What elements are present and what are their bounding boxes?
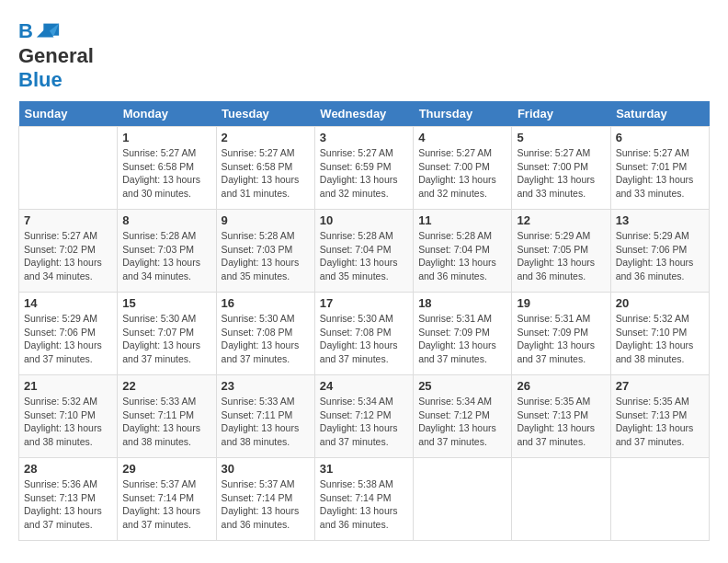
calendar-header-row: SundayMondayTuesdayWednesdayThursdayFrid… xyxy=(19,101,710,127)
day-number: 24 xyxy=(320,379,408,393)
day-number: 5 xyxy=(517,131,605,144)
day-info: Sunrise: 5:28 AM Sunset: 7:04 PM Dayligh… xyxy=(418,229,506,283)
logo-icon xyxy=(35,18,61,44)
page-header: B General Blue xyxy=(18,18,710,92)
day-number: 29 xyxy=(122,462,210,476)
calendar-week-5: 28Sunrise: 5:36 AM Sunset: 7:13 PM Dayli… xyxy=(19,458,710,541)
calendar-cell: 30Sunrise: 5:37 AM Sunset: 7:14 PM Dayli… xyxy=(216,458,314,541)
calendar-cell xyxy=(19,127,118,210)
day-info: Sunrise: 5:31 AM Sunset: 7:09 PM Dayligh… xyxy=(418,312,506,366)
day-info: Sunrise: 5:27 AM Sunset: 6:58 PM Dayligh… xyxy=(122,146,210,201)
calendar-cell: 4Sunrise: 5:27 AM Sunset: 7:00 PM Daylig… xyxy=(414,127,512,210)
calendar-week-3: 14Sunrise: 5:29 AM Sunset: 7:06 PM Dayli… xyxy=(19,293,710,375)
day-info: Sunrise: 5:34 AM Sunset: 7:12 PM Dayligh… xyxy=(418,395,506,449)
day-info: Sunrise: 5:29 AM Sunset: 7:05 PM Dayligh… xyxy=(517,229,605,283)
day-number: 4 xyxy=(418,131,506,144)
day-number: 30 xyxy=(222,462,310,476)
day-info: Sunrise: 5:27 AM Sunset: 7:00 PM Dayligh… xyxy=(418,146,506,201)
logo: B General Blue xyxy=(18,18,94,92)
day-info: Sunrise: 5:27 AM Sunset: 7:02 PM Dayligh… xyxy=(24,229,112,283)
day-number: 12 xyxy=(517,213,605,227)
day-number: 7 xyxy=(24,213,112,227)
day-info: Sunrise: 5:30 AM Sunset: 7:08 PM Dayligh… xyxy=(222,312,310,366)
day-info: Sunrise: 5:35 AM Sunset: 7:13 PM Dayligh… xyxy=(616,395,704,449)
column-header-sunday: Sunday xyxy=(19,101,118,127)
calendar-cell: 20Sunrise: 5:32 AM Sunset: 7:10 PM Dayli… xyxy=(610,293,709,375)
logo-blue-partial: B xyxy=(18,19,33,42)
day-info: Sunrise: 5:37 AM Sunset: 7:14 PM Dayligh… xyxy=(122,477,210,532)
day-number: 19 xyxy=(517,296,605,310)
calendar-cell: 12Sunrise: 5:29 AM Sunset: 7:05 PM Dayli… xyxy=(512,210,610,293)
calendar-cell: 9Sunrise: 5:28 AM Sunset: 7:03 PM Daylig… xyxy=(216,210,314,293)
day-number: 15 xyxy=(122,296,210,310)
calendar-cell xyxy=(512,458,610,541)
day-info: Sunrise: 5:27 AM Sunset: 6:58 PM Dayligh… xyxy=(222,146,310,201)
calendar-cell: 16Sunrise: 5:30 AM Sunset: 7:08 PM Dayli… xyxy=(216,293,314,375)
calendar-cell: 8Sunrise: 5:28 AM Sunset: 7:03 PM Daylig… xyxy=(118,210,216,293)
day-info: Sunrise: 5:29 AM Sunset: 7:06 PM Dayligh… xyxy=(616,229,704,283)
calendar-cell: 10Sunrise: 5:28 AM Sunset: 7:04 PM Dayli… xyxy=(314,210,413,293)
day-number: 9 xyxy=(222,213,310,227)
day-info: Sunrise: 5:27 AM Sunset: 6:59 PM Dayligh… xyxy=(320,146,408,201)
calendar-week-2: 7Sunrise: 5:27 AM Sunset: 7:02 PM Daylig… xyxy=(19,210,710,293)
day-number: 8 xyxy=(122,213,210,227)
calendar-cell: 2Sunrise: 5:27 AM Sunset: 6:58 PM Daylig… xyxy=(216,127,314,210)
day-number: 6 xyxy=(616,131,704,144)
calendar-cell: 26Sunrise: 5:35 AM Sunset: 7:13 PM Dayli… xyxy=(512,375,610,458)
day-number: 17 xyxy=(320,296,408,310)
day-number: 31 xyxy=(320,462,408,476)
day-number: 2 xyxy=(222,131,310,144)
day-info: Sunrise: 5:32 AM Sunset: 7:10 PM Dayligh… xyxy=(24,395,112,449)
day-number: 14 xyxy=(24,296,112,310)
calendar-cell: 6Sunrise: 5:27 AM Sunset: 7:01 PM Daylig… xyxy=(610,127,709,210)
calendar-week-1: 1Sunrise: 5:27 AM Sunset: 6:58 PM Daylig… xyxy=(19,127,710,210)
day-info: Sunrise: 5:36 AM Sunset: 7:13 PM Dayligh… xyxy=(24,477,112,532)
calendar-cell: 31Sunrise: 5:38 AM Sunset: 7:14 PM Dayli… xyxy=(314,458,413,541)
day-number: 3 xyxy=(320,131,408,144)
day-info: Sunrise: 5:30 AM Sunset: 7:07 PM Dayligh… xyxy=(122,312,210,366)
column-header-wednesday: Wednesday xyxy=(314,101,413,127)
calendar-cell: 13Sunrise: 5:29 AM Sunset: 7:06 PM Dayli… xyxy=(610,210,709,293)
day-number: 16 xyxy=(222,296,310,310)
day-info: Sunrise: 5:30 AM Sunset: 7:08 PM Dayligh… xyxy=(320,312,408,366)
day-number: 23 xyxy=(222,379,310,393)
day-number: 26 xyxy=(517,379,605,393)
calendar-cell xyxy=(610,458,709,541)
calendar-cell xyxy=(414,458,512,541)
calendar-cell: 14Sunrise: 5:29 AM Sunset: 7:06 PM Dayli… xyxy=(19,293,118,375)
column-header-thursday: Thursday xyxy=(414,101,512,127)
day-info: Sunrise: 5:27 AM Sunset: 7:00 PM Dayligh… xyxy=(517,146,605,201)
day-info: Sunrise: 5:32 AM Sunset: 7:10 PM Dayligh… xyxy=(616,312,704,366)
day-number: 22 xyxy=(122,379,210,393)
day-number: 18 xyxy=(418,296,506,310)
day-info: Sunrise: 5:28 AM Sunset: 7:03 PM Dayligh… xyxy=(222,229,310,283)
day-number: 11 xyxy=(418,213,506,227)
calendar-cell: 11Sunrise: 5:28 AM Sunset: 7:04 PM Dayli… xyxy=(414,210,512,293)
calendar-cell: 19Sunrise: 5:31 AM Sunset: 7:09 PM Dayli… xyxy=(512,293,610,375)
day-number: 27 xyxy=(616,379,704,393)
day-info: Sunrise: 5:28 AM Sunset: 7:04 PM Dayligh… xyxy=(320,229,408,283)
column-header-tuesday: Tuesday xyxy=(216,101,314,127)
day-info: Sunrise: 5:34 AM Sunset: 7:12 PM Dayligh… xyxy=(320,395,408,449)
day-info: Sunrise: 5:33 AM Sunset: 7:11 PM Dayligh… xyxy=(122,395,210,449)
logo-blue-full: Blue xyxy=(18,68,63,91)
calendar-cell: 24Sunrise: 5:34 AM Sunset: 7:12 PM Dayli… xyxy=(314,375,413,458)
day-info: Sunrise: 5:38 AM Sunset: 7:14 PM Dayligh… xyxy=(320,477,408,532)
day-info: Sunrise: 5:27 AM Sunset: 7:01 PM Dayligh… xyxy=(616,146,704,201)
calendar-cell: 25Sunrise: 5:34 AM Sunset: 7:12 PM Dayli… xyxy=(414,375,512,458)
calendar-week-4: 21Sunrise: 5:32 AM Sunset: 7:10 PM Dayli… xyxy=(19,375,710,458)
calendar-cell: 22Sunrise: 5:33 AM Sunset: 7:11 PM Dayli… xyxy=(118,375,216,458)
column-header-friday: Friday xyxy=(512,101,610,127)
column-header-saturday: Saturday xyxy=(610,101,709,127)
day-info: Sunrise: 5:28 AM Sunset: 7:03 PM Dayligh… xyxy=(122,229,210,283)
day-number: 25 xyxy=(418,379,506,393)
calendar-table: SundayMondayTuesdayWednesdayThursdayFrid… xyxy=(18,101,710,541)
day-number: 28 xyxy=(24,462,112,476)
calendar-cell: 23Sunrise: 5:33 AM Sunset: 7:11 PM Dayli… xyxy=(216,375,314,458)
calendar-cell: 28Sunrise: 5:36 AM Sunset: 7:13 PM Dayli… xyxy=(19,458,118,541)
calendar-cell: 27Sunrise: 5:35 AM Sunset: 7:13 PM Dayli… xyxy=(610,375,709,458)
day-number: 20 xyxy=(616,296,704,310)
logo-general-full: General xyxy=(18,44,94,68)
calendar-cell: 18Sunrise: 5:31 AM Sunset: 7:09 PM Dayli… xyxy=(414,293,512,375)
day-number: 21 xyxy=(24,379,112,393)
